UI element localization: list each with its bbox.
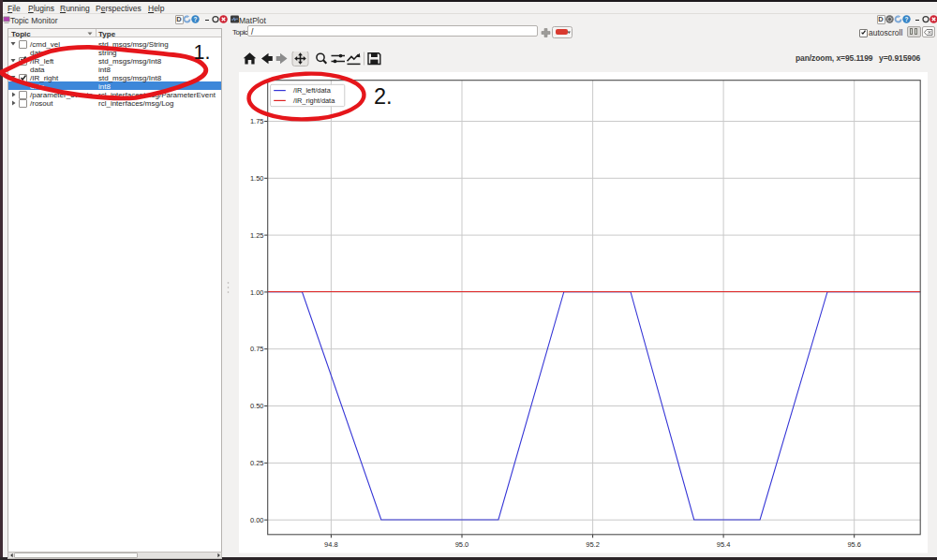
svg-text:2.: 2.	[374, 84, 393, 109]
svg-text:1.: 1.	[194, 41, 211, 64]
